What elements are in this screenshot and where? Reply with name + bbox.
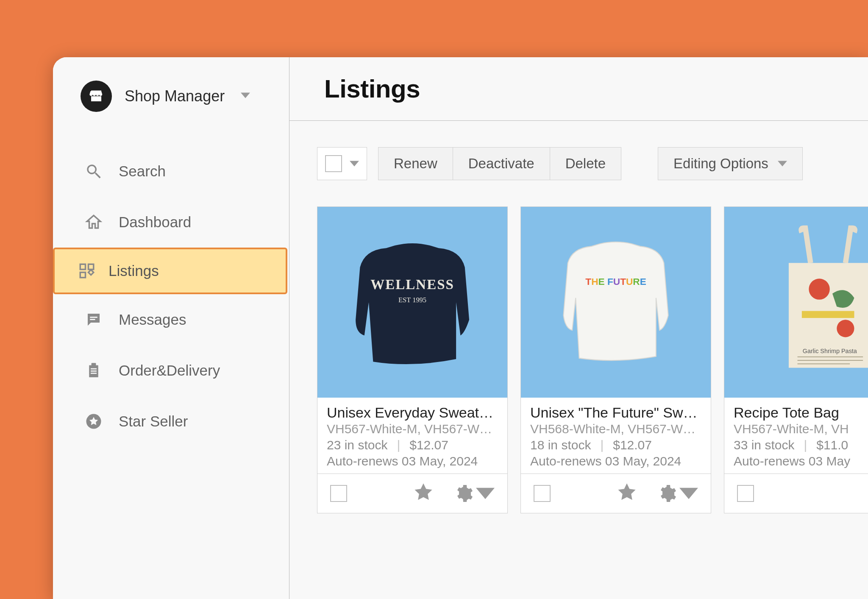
listing-checkbox[interactable]	[737, 485, 754, 502]
listing-options-dropdown[interactable]	[453, 483, 495, 504]
sidebar-item-dashboard[interactable]: Dashboard	[53, 197, 289, 248]
star-badge-icon	[85, 412, 103, 430]
favorite-button[interactable]	[412, 482, 434, 505]
sidebar-item-listings[interactable]: Listings	[53, 248, 287, 294]
listing-checkbox[interactable]	[534, 485, 551, 502]
listing-meta: 33 in stock | $11.0	[734, 438, 868, 452]
gear-icon	[453, 483, 473, 504]
sidebar-item-search[interactable]: Search	[53, 146, 289, 197]
shop-label: Shop Manager	[125, 87, 225, 105]
listing-body: Unisex Everyday Sweats... VH567-White-M,…	[317, 398, 507, 474]
favorite-button[interactable]	[616, 482, 638, 505]
sidebar-item-label: Order&Delivery	[119, 362, 220, 379]
listing-meta: 23 in stock | $12.07	[327, 438, 498, 452]
shop-selector[interactable]: Shop Manager	[53, 81, 289, 112]
listing-body: Recipe Tote Bag VH567-White-M, VH 33 in …	[724, 398, 868, 474]
chevron-down-icon	[679, 484, 698, 503]
chevron-down-icon	[476, 484, 495, 503]
sidebar-item-label: Messages	[119, 311, 186, 328]
main-content: Listings Renew Deactivate Delete Editing…	[289, 57, 868, 599]
star-icon	[412, 482, 434, 504]
listing-footer	[724, 474, 868, 513]
toolbar: Renew Deactivate Delete Editing Options	[289, 121, 868, 180]
svg-rect-4	[91, 368, 97, 370]
svg-rect-3	[92, 363, 96, 365]
listing-card[interactable]: Garlic Shrimp Pasta Recipe Tote Bag VH56…	[724, 206, 868, 513]
listing-title: Unisex Everyday Sweats...	[327, 404, 498, 421]
listing-price: $12.07	[613, 438, 652, 452]
svg-rect-6	[91, 373, 97, 374]
svg-rect-5	[91, 371, 97, 372]
sidebar-nav: Search Dashboard Listings Messages Order…	[53, 146, 289, 447]
bulk-actions: Renew Deactivate Delete	[378, 147, 621, 180]
listing-meta: 18 in stock | $12.07	[530, 438, 701, 452]
divider: |	[804, 438, 807, 452]
listing-stock: 18 in stock	[530, 438, 591, 452]
chevron-down-icon	[778, 159, 787, 168]
listings-grid: WELLNESS EST 1995 Unisex Everyday Sweats…	[289, 180, 868, 513]
editing-options-dropdown[interactable]: Editing Options	[658, 147, 803, 180]
svg-text:THE FUTURE: THE FUTURE	[585, 276, 646, 287]
listing-thumbnail: WELLNESS EST 1995	[317, 207, 507, 398]
listing-sku: VH567-White-M, VH	[734, 422, 868, 436]
svg-text:EST 1995: EST 1995	[398, 296, 426, 304]
chat-icon	[85, 311, 103, 329]
sidebar-item-star-seller[interactable]: Star Seller	[53, 396, 289, 447]
listing-sku: VH567-White-M, VH567-Whi...	[327, 422, 498, 436]
listing-thumbnail: Garlic Shrimp Pasta	[724, 207, 868, 398]
listing-sku: VH568-White-M, VH567-Whi...	[530, 422, 701, 436]
divider: |	[397, 438, 400, 452]
listing-checkbox[interactable]	[330, 485, 347, 502]
chevron-down-icon	[241, 91, 250, 102]
divider: |	[600, 438, 604, 452]
shop-icon	[81, 81, 112, 112]
chevron-down-icon	[350, 159, 359, 168]
svg-rect-16	[797, 357, 863, 357]
select-all-dropdown[interactable]	[317, 147, 367, 180]
app-window: Shop Manager Search Dashboard Listings	[53, 57, 868, 599]
gear-icon	[657, 483, 677, 504]
listing-options-dropdown[interactable]	[657, 483, 698, 504]
clipboard-icon	[85, 362, 103, 379]
listing-stock: 23 in stock	[327, 438, 387, 452]
grid-icon	[78, 262, 96, 280]
listing-card[interactable]: WELLNESS EST 1995 Unisex Everyday Sweats…	[317, 206, 508, 513]
deactivate-button[interactable]: Deactivate	[453, 147, 550, 180]
svg-text:WELLNESS: WELLNESS	[370, 277, 454, 292]
button-label: Deactivate	[468, 156, 534, 172]
home-icon	[85, 213, 103, 231]
listing-renew: Auto-renews 03 May, 2024	[327, 454, 498, 468]
listing-stock: 33 in stock	[734, 438, 794, 452]
renew-button[interactable]: Renew	[378, 147, 453, 180]
listing-renew: Auto-renews 03 May	[734, 454, 868, 468]
listing-thumbnail: THE FUTURE	[521, 207, 711, 398]
sidebar-item-label: Listings	[108, 262, 159, 279]
listing-price: $11.0	[816, 438, 848, 452]
sidebar-item-messages[interactable]: Messages	[53, 294, 289, 345]
page-title: Listings	[324, 74, 868, 103]
sidebar: Shop Manager Search Dashboard Listings	[53, 57, 289, 599]
svg-rect-17	[797, 360, 863, 361]
star-icon	[616, 482, 638, 504]
listing-title: Unisex "The Future" Swe...	[530, 404, 701, 421]
listing-footer	[521, 474, 711, 513]
button-label: Editing Options	[673, 156, 768, 172]
search-icon	[85, 162, 103, 180]
listing-body: Unisex "The Future" Swe... VH568-White-M…	[521, 398, 711, 474]
select-all-checkbox[interactable]	[325, 155, 342, 172]
listing-footer	[317, 474, 507, 513]
svg-text:Garlic Shrimp Pasta: Garlic Shrimp Pasta	[803, 348, 857, 354]
svg-rect-13	[802, 311, 854, 318]
listing-renew: Auto-renews 03 May, 2024	[530, 454, 701, 468]
button-label: Delete	[565, 156, 606, 172]
svg-rect-1	[90, 319, 95, 320]
button-label: Renew	[394, 156, 437, 172]
delete-button[interactable]: Delete	[550, 147, 621, 180]
svg-point-12	[809, 279, 829, 299]
svg-rect-0	[90, 317, 97, 318]
listing-price: $12.07	[409, 438, 448, 452]
page-header: Listings	[289, 57, 868, 121]
sidebar-item-label: Dashboard	[119, 214, 191, 231]
listing-card[interactable]: THE FUTURE Unisex "The Future" Swe... VH…	[520, 206, 711, 513]
sidebar-item-order-delivery[interactable]: Order&Delivery	[53, 345, 289, 396]
